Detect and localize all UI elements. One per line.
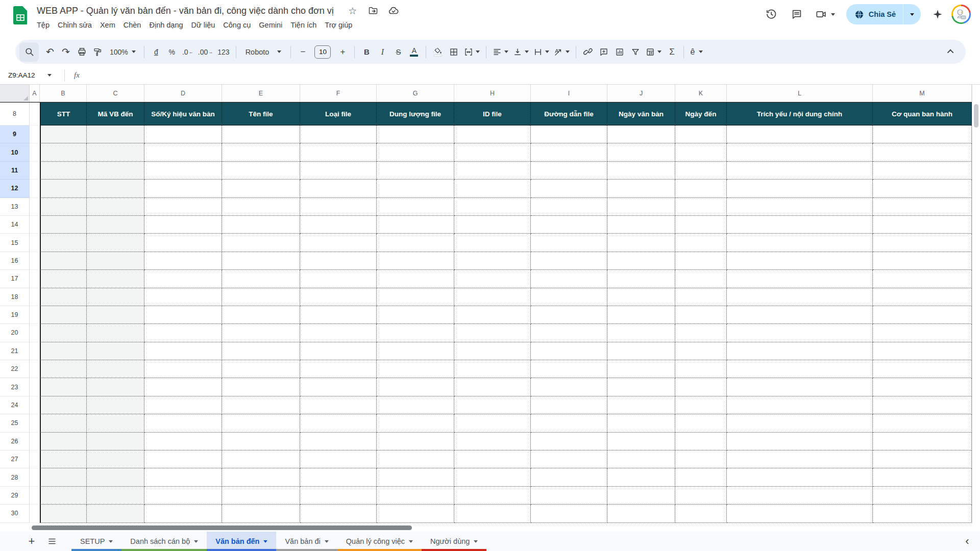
cell-k24[interactable] [675,396,727,414]
cell-j13[interactable] [607,198,675,216]
cell-k11[interactable] [675,162,727,180]
cell-j29[interactable] [607,487,675,505]
row-header-9[interactable]: 9 [0,126,30,143]
cell-h20[interactable] [454,324,531,342]
cell-m17[interactable] [873,270,972,288]
decrease-decimal-button[interactable]: .0← [180,44,195,60]
cell-d10[interactable] [144,143,222,161]
add-sheet-button[interactable]: + [21,532,42,551]
cell-m25[interactable] [873,414,972,432]
bold-button[interactable]: B [359,44,374,60]
cell-f12[interactable] [300,180,377,197]
cell-h10[interactable] [454,143,531,161]
cell-f30[interactable] [300,505,377,522]
insert-chart-button[interactable] [612,44,627,60]
cell-b15[interactable] [40,234,87,252]
cell-b10[interactable] [40,143,87,161]
sheet-tab-caret[interactable] [409,540,413,543]
cell-l18[interactable] [727,288,873,306]
column-header-c[interactable]: C [87,85,144,102]
cell-k22[interactable] [675,360,727,378]
zoom-select[interactable]: 100% [106,44,140,60]
cell-j26[interactable] [607,433,675,450]
cell-d27[interactable] [144,450,222,468]
cell-d9[interactable] [144,126,222,143]
cell-d18[interactable] [144,288,222,306]
row-header-29[interactable]: 29 [0,487,30,505]
cell-h25[interactable] [454,414,531,432]
cell-l16[interactable] [727,252,873,270]
cell-i29[interactable] [531,487,607,505]
cell-g10[interactable] [377,143,454,161]
camera-dropdown-caret[interactable] [831,13,835,16]
cell-d24[interactable] [144,396,222,414]
cell-k29[interactable] [675,487,727,505]
cell-j25[interactable] [607,414,675,432]
format-percent-button[interactable]: % [164,44,180,60]
cell-h22[interactable] [454,360,531,378]
cell-i14[interactable] [531,216,607,234]
cell-a26[interactable] [30,433,40,450]
cell-i17[interactable] [531,270,607,288]
cell-i22[interactable] [531,360,607,378]
cell-b9[interactable] [40,126,87,143]
cell-c24[interactable] [87,396,144,414]
sheet-tab-caret[interactable] [194,540,198,543]
cell-d12[interactable] [144,180,222,197]
name-box[interactable]: Z9:AA12 [0,71,60,79]
cell-g29[interactable] [377,487,454,505]
strikethrough-button[interactable]: S [390,44,406,60]
move-to-folder-icon[interactable] [366,4,380,17]
cell-b12[interactable] [40,180,87,197]
cell-m12[interactable] [873,180,972,197]
cell-l24[interactable] [727,396,873,414]
cell-a28[interactable] [30,468,40,486]
cell-e30[interactable] [222,505,300,522]
cell-g18[interactable] [377,288,454,306]
cell-a30[interactable] [30,505,40,522]
row-header-19[interactable]: 19 [0,306,30,324]
cell-i20[interactable] [531,324,607,342]
cell-f17[interactable] [300,270,377,288]
cell-l17[interactable] [727,270,873,288]
all-sheets-icon[interactable] [42,532,62,551]
cell-g26[interactable] [377,433,454,450]
vertical-align-button[interactable] [511,44,531,60]
cloud-saved-icon[interactable] [387,4,400,17]
cell-d15[interactable] [144,234,222,252]
cell-e27[interactable] [222,450,300,468]
cell-b20[interactable] [40,324,87,342]
select-all-corner[interactable] [0,85,30,102]
row-header-17[interactable]: 17 [0,270,30,288]
cell-m20[interactable] [873,324,972,342]
cell-h24[interactable] [454,396,531,414]
cell-i21[interactable] [531,342,607,360]
cell-f18[interactable] [300,288,377,306]
cell-h21[interactable] [454,342,531,360]
column-header-m[interactable]: M [873,85,972,102]
cell-k12[interactable] [675,180,727,197]
cell-b28[interactable] [40,468,87,486]
cell-f28[interactable] [300,468,377,486]
cell-a15[interactable] [30,234,40,252]
cell-l21[interactable] [727,342,873,360]
horizontal-align-button[interactable] [491,44,510,60]
cell-e24[interactable] [222,396,300,414]
cell-g14[interactable] [377,216,454,234]
cell-f14[interactable] [300,216,377,234]
menu-chen[interactable]: Chèn [119,19,145,31]
cell-e19[interactable] [222,306,300,324]
cell-g23[interactable] [377,378,454,396]
column-header-i[interactable]: I [531,85,607,102]
cell-g27[interactable] [377,450,454,468]
cell-b26[interactable] [40,433,87,450]
cell-h11[interactable] [454,162,531,180]
cell-g12[interactable] [377,180,454,197]
cell-a20[interactable] [30,324,40,342]
cell-b25[interactable] [40,414,87,432]
row-header-25[interactable]: 25 [0,414,30,432]
sheet-tab-caret[interactable] [325,540,329,543]
cell-f26[interactable] [300,433,377,450]
table-header-ngay-den[interactable]: Ngày đến [675,103,727,126]
menu-xem[interactable]: Xem [96,19,119,31]
